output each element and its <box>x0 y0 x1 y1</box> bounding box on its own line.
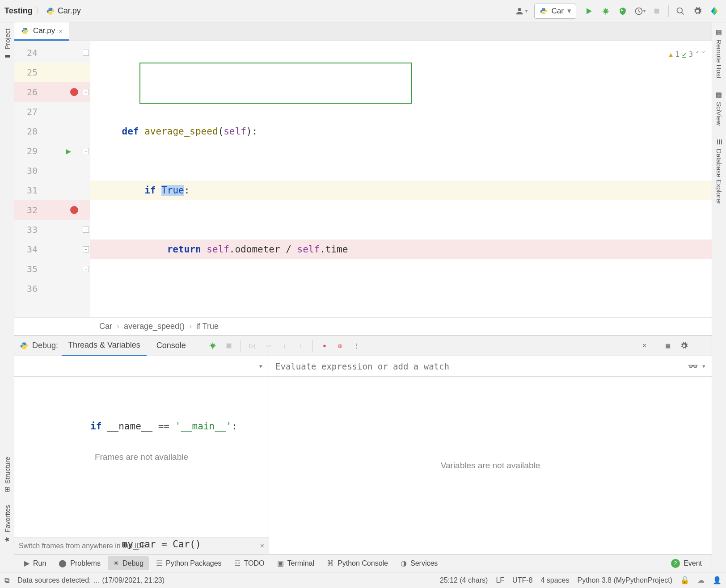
svg-rect-5 <box>654 8 659 13</box>
search-icon[interactable] <box>673 4 688 18</box>
fold-icon[interactable]: − <box>83 50 89 56</box>
editor-tab-active[interactable]: Car.py × <box>14 22 69 41</box>
star-icon: ★ <box>3 535 11 543</box>
svg-point-6 <box>677 8 683 13</box>
editor-tab-label: Car.py <box>33 26 55 35</box>
grid-icon: ▦ <box>715 29 723 37</box>
breadcrumb-project[interactable]: Testing <box>4 6 33 16</box>
person-icon[interactable]: 👤 <box>713 576 722 584</box>
debug-button[interactable] <box>599 4 613 18</box>
coverage-button[interactable] <box>616 4 630 18</box>
run-icon: ▶ <box>24 559 30 567</box>
run-gutter-icon[interactable]: ▶ <box>66 146 71 156</box>
fold-icon[interactable]: − <box>83 246 89 252</box>
svg-rect-8 <box>227 343 232 348</box>
warning-icon: ▲ <box>669 45 673 64</box>
run-config-label: Car <box>552 7 564 16</box>
project-tool-tab[interactable]: ▮ Project <box>2 27 12 62</box>
editor[interactable]: 24− 25 26− 27 28 29▶− 30 31 32 33− 34− 3… <box>14 41 712 317</box>
python-file-icon <box>46 7 55 16</box>
folder-icon: ▮ <box>3 52 11 60</box>
run-configuration-selector[interactable]: Car ▾ <box>534 4 576 19</box>
settings-icon[interactable] <box>690 4 705 18</box>
check-icon: ✔ <box>682 45 686 64</box>
left-tool-strip: ▮ Project ⊞ Structure ★ Favorites <box>0 22 14 572</box>
tab-run[interactable]: ▶Run <box>19 556 51 570</box>
chevron-right-icon: 〉 <box>35 6 43 17</box>
fold-icon[interactable]: − <box>83 227 89 233</box>
python-icon <box>20 341 29 350</box>
fold-icon[interactable]: − <box>83 266 89 272</box>
python-icon <box>539 7 548 16</box>
breakpoint-icon[interactable] <box>70 88 78 96</box>
svg-point-0 <box>49 8 50 9</box>
sciview-tool-tab[interactable]: ▦ SciView <box>714 89 724 127</box>
editor-gutter[interactable]: 24− 25 26− 27 28 29▶− 30 31 32 33− 34− 3… <box>14 41 90 317</box>
fold-icon[interactable]: − <box>83 148 89 154</box>
right-tool-strip: ▦ Remote Host ▦ SciView ☰ Database Explo… <box>712 22 726 572</box>
inspection-widget[interactable]: ▲1 ✔3 ˄ ˅ <box>669 45 705 64</box>
breakpoint-icon[interactable] <box>70 206 78 214</box>
svg-point-1 <box>51 13 52 14</box>
svg-point-2 <box>518 8 521 11</box>
structure-tool-tab[interactable]: ⊞ Structure <box>2 455 12 494</box>
warning-icon: ⬤ <box>59 559 67 567</box>
debug-title-label: Debug: <box>32 341 58 350</box>
step-over-icon: ⤻ <box>262 340 275 352</box>
run-button[interactable] <box>582 4 596 18</box>
user-icon[interactable]: ▾ <box>515 4 529 18</box>
jetbrains-icon[interactable] <box>707 4 722 18</box>
step-out-icon: ↑ <box>295 340 307 352</box>
chevron-down-icon[interactable]: ˅ <box>702 45 705 64</box>
step-into-icon: ↓ <box>279 340 291 352</box>
breadcrumb[interactable]: Testing 〉 Car.py <box>4 6 81 17</box>
fold-icon[interactable]: − <box>83 89 89 95</box>
grid-icon: ▦ <box>715 91 723 99</box>
tool-window-icon[interactable]: ⧉ <box>4 576 9 584</box>
code-area[interactable]: ▲1 ✔3 ˄ ˅ def average_speed(self): if Tr… <box>90 41 712 317</box>
remote-host-tool-tab[interactable]: ▦ Remote Host <box>714 27 724 80</box>
highlight-box <box>139 63 412 104</box>
database-icon: ☰ <box>715 138 723 146</box>
editor-tabs: Car.py × <box>14 22 712 41</box>
database-tool-tab[interactable]: ☰ Database Explorer <box>714 136 724 206</box>
structure-icon: ⊞ <box>4 486 10 494</box>
chevron-up-icon[interactable]: ˄ <box>696 45 699 64</box>
resume-icon: ▷| <box>246 340 259 352</box>
stop-icon <box>223 340 235 352</box>
main-toolbar: Testing 〉 Car.py ▾ Car ▾ ▾ <box>0 0 726 22</box>
python-file-icon <box>21 26 30 35</box>
breadcrumb-file[interactable]: Car.py <box>58 6 81 16</box>
profile-button[interactable]: ▾ <box>633 4 647 18</box>
close-icon[interactable]: × <box>59 27 63 35</box>
stop-button <box>650 4 664 18</box>
chevron-down-icon: ▾ <box>567 6 571 16</box>
favorites-tool-tab[interactable]: ★ Favorites <box>2 503 12 545</box>
